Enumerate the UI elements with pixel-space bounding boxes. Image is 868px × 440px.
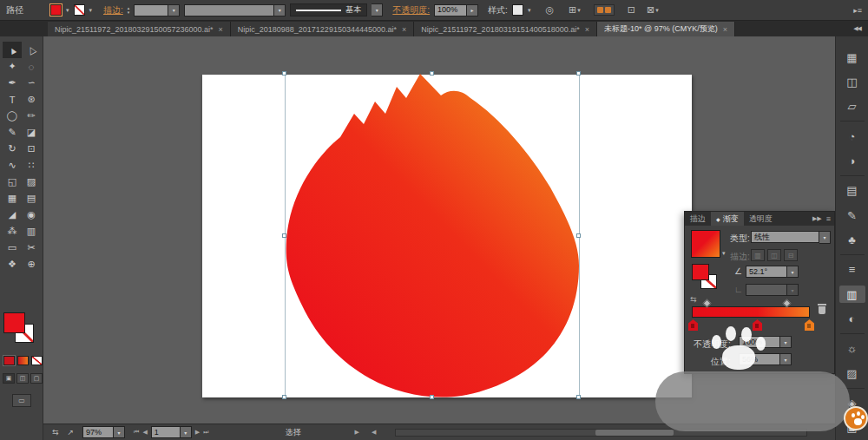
selection-handle-bottom-right[interactable] bbox=[576, 395, 581, 399]
width-tool[interactable]: ∿ bbox=[3, 157, 22, 174]
recolor-artwork-icon[interactable]: ◎ bbox=[545, 4, 554, 16]
first-artboard-icon[interactable]: ⏮ bbox=[134, 429, 139, 436]
stroke-weight-field[interactable] bbox=[134, 4, 168, 16]
tab-close-icon[interactable]: × bbox=[723, 25, 727, 34]
column-graph-tool[interactable]: ▥ bbox=[22, 223, 41, 240]
selection-handle-bottom-mid[interactable] bbox=[430, 395, 434, 399]
proxy-fill-swatch[interactable] bbox=[692, 264, 709, 280]
transform-panel-icon[interactable]: ▱ bbox=[839, 97, 865, 115]
stepper-down-icon[interactable]: ▾ bbox=[128, 10, 130, 15]
panel-collapse-icon[interactable]: ▶▶ bbox=[812, 215, 822, 222]
live-paint-tool[interactable]: ▨ bbox=[22, 174, 41, 190]
dock-collapse-icon[interactable]: ◀◀ bbox=[853, 25, 861, 32]
stroke-across-button[interactable]: ⊟ bbox=[784, 249, 798, 261]
zoom-dropdown-icon[interactable]: ▾ bbox=[114, 426, 125, 438]
stop-location-dropdown-icon[interactable]: ▾ bbox=[780, 353, 792, 365]
free-transform-tool[interactable]: ⊡ bbox=[22, 141, 41, 157]
align-panel-icon[interactable]: ▦ bbox=[839, 49, 865, 66]
gradient-stop-right[interactable] bbox=[805, 319, 814, 331]
status-menu-icon[interactable]: ▶ bbox=[355, 429, 359, 436]
type-tool[interactable]: T bbox=[3, 91, 22, 108]
fill-dropdown-icon[interactable]: ▾ bbox=[66, 7, 69, 14]
control-panel-menu-icon[interactable]: ▸≡ bbox=[853, 6, 862, 15]
stroke-dropdown-icon[interactable]: ▾ bbox=[89, 7, 93, 14]
variable-width-profile-field[interactable] bbox=[184, 4, 274, 16]
delete-stop-icon[interactable] bbox=[817, 304, 827, 315]
variable-width-dropdown[interactable]: ▾ bbox=[274, 4, 286, 16]
paintbrush-tool[interactable]: ✏ bbox=[22, 108, 41, 124]
stroke-color-swatch[interactable] bbox=[74, 4, 85, 16]
stop-opacity-dropdown-icon[interactable]: ▾ bbox=[780, 336, 792, 348]
slice-tool[interactable]: ✂ bbox=[22, 240, 41, 256]
rotate-tool[interactable]: ↻ bbox=[3, 141, 22, 157]
selection-handle-top-left[interactable] bbox=[282, 71, 286, 76]
reverse-gradient-icon[interactable]: ⇆ bbox=[690, 295, 697, 304]
appearance-panel-icon[interactable]: ☼ bbox=[839, 340, 865, 358]
selection-handle-bottom-left[interactable] bbox=[282, 395, 286, 399]
tab-gradient[interactable]: ◆渐变 bbox=[711, 212, 744, 226]
last-artboard-icon[interactable]: ⏭ bbox=[203, 429, 208, 436]
color-panel-icon[interactable]: ◑ bbox=[839, 152, 865, 169]
gradient-angle-field[interactable]: 52.1° bbox=[746, 266, 787, 278]
fill-proxy-swatch[interactable] bbox=[3, 312, 25, 333]
draw-normal-button[interactable]: ▣ bbox=[3, 373, 15, 384]
prev-artboard-icon[interactable]: ◀ bbox=[142, 429, 147, 436]
pomegranate-artwork[interactable] bbox=[285, 73, 579, 397]
gradient-type-select[interactable]: 线性 bbox=[751, 231, 819, 243]
angle-dropdown-icon[interactable]: ▾ bbox=[787, 266, 799, 278]
hand-tool[interactable]: ❖ bbox=[3, 256, 22, 273]
blend-tool[interactable]: ◉ bbox=[22, 207, 41, 223]
document-tab-2[interactable]: Nipic_20180988_20171229150344445000.ai* … bbox=[231, 22, 414, 36]
none-mode-button[interactable] bbox=[31, 356, 43, 365]
pomegranate-path[interactable] bbox=[286, 74, 579, 397]
document-tab-1[interactable]: Nipic_21511972_20180329150057236000.ai* … bbox=[48, 22, 231, 36]
share-icon[interactable]: ↗ bbox=[68, 428, 75, 437]
mesh-tool[interactable]: ▤ bbox=[22, 190, 41, 207]
gradient-panel-icon[interactable]: ▥ bbox=[839, 286, 865, 303]
shape-builder-tool[interactable]: ◱ bbox=[3, 174, 22, 190]
stroke-weight-stepper[interactable]: ▴▾ bbox=[128, 6, 130, 15]
draw-inside-button[interactable]: ▢ bbox=[30, 373, 43, 384]
symbol-sprayer-tool[interactable]: ⁂ bbox=[3, 223, 22, 240]
horizontal-scrollbar-thumb[interactable] bbox=[595, 430, 674, 436]
hscroll-left-icon[interactable]: ◀ bbox=[372, 429, 376, 436]
pencil-tool[interactable]: ✎ bbox=[3, 124, 22, 141]
align-dropdown-icon[interactable]: ⊞▾ bbox=[569, 4, 581, 16]
artboard-tool[interactable]: ▭ bbox=[3, 240, 22, 256]
brush-definition-field[interactable]: 基本 bbox=[290, 3, 367, 16]
tab-stroke[interactable]: 描边 bbox=[685, 212, 711, 226]
tab-transparency[interactable]: 透明度 bbox=[744, 212, 778, 226]
puppet-warp-tool[interactable]: ∷ bbox=[22, 157, 41, 174]
artboard-dropdown-icon[interactable]: ▾ bbox=[181, 426, 192, 438]
curvature-tool[interactable]: ∽ bbox=[22, 75, 41, 91]
draw-behind-button[interactable]: ◫ bbox=[16, 373, 29, 384]
opacity-label-link[interactable]: 不透明度: bbox=[392, 4, 430, 16]
gradient-mode-button[interactable] bbox=[17, 356, 29, 365]
magic-wand-tool[interactable]: ✦ bbox=[3, 58, 22, 75]
workspace-switch-icon[interactable]: ⇆ bbox=[52, 428, 59, 437]
stroke-along-button[interactable]: ◫ bbox=[767, 249, 781, 261]
selection-handle-mid-right[interactable] bbox=[576, 233, 581, 238]
perspective-grid-tool[interactable]: ▦ bbox=[3, 190, 22, 207]
symbols-panel-icon[interactable]: ♣ bbox=[839, 231, 865, 248]
transparency-panel-icon[interactable]: ◐ bbox=[839, 310, 865, 327]
gradient-fill-swatch[interactable] bbox=[691, 230, 720, 258]
document-tab-4-active[interactable]: 未标题-10* @ 97% (CMYK/预览) × bbox=[597, 22, 735, 36]
next-artboard-icon[interactable]: ▶ bbox=[195, 429, 200, 436]
color-mode-button[interactable] bbox=[3, 356, 15, 365]
gradient-slider-bar[interactable] bbox=[692, 306, 810, 318]
lasso-tool[interactable]: ◌ bbox=[22, 58, 41, 75]
isolate-selected-object-button[interactable] bbox=[594, 4, 615, 16]
zoom-tool[interactable]: ⊕ bbox=[22, 256, 41, 273]
gradient-fill-stroke-proxy[interactable] bbox=[692, 264, 721, 292]
zoom-level-field[interactable]: 97% bbox=[82, 426, 114, 438]
selection-tool[interactable]: ▲ bbox=[3, 42, 22, 58]
gradient-swatch-dropdown-icon[interactable]: ▾ bbox=[722, 250, 726, 257]
tab-close-icon[interactable]: × bbox=[219, 25, 223, 34]
screen-mode-button[interactable]: ▭ bbox=[12, 394, 31, 407]
selection-handle-top-mid[interactable] bbox=[430, 71, 434, 76]
shape-tool[interactable]: ◯ bbox=[3, 108, 22, 124]
stroke-within-button[interactable]: ▥ bbox=[751, 249, 765, 261]
panel-menu-icon[interactable]: ≡ bbox=[826, 214, 831, 223]
direct-selection-tool[interactable]: △ bbox=[22, 42, 41, 58]
